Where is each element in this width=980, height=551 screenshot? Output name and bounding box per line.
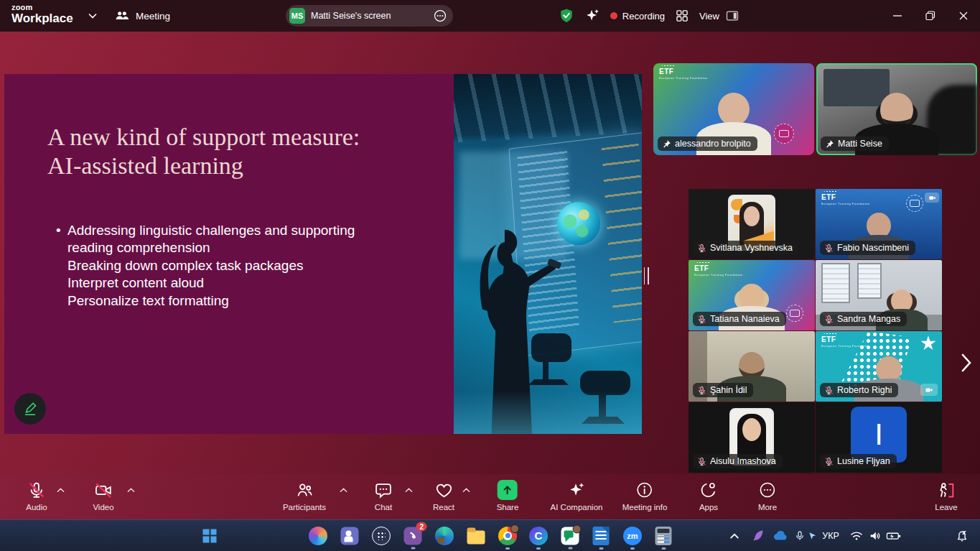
camera-on-chip	[925, 193, 939, 203]
video-tile-alessandro[interactable]: ETFEuropean Training Foundation alessand…	[653, 63, 814, 155]
battery-icon	[886, 529, 902, 543]
taskbar-app-calculator[interactable]	[655, 527, 672, 545]
taskbar-app-teams[interactable]	[341, 527, 359, 545]
video-tile-sandra[interactable]: Sandra Mangas	[816, 260, 942, 330]
recording-indicator[interactable]: Recording	[610, 11, 665, 22]
participant-name: Aisulu Imashova	[710, 456, 776, 466]
taskbar-app-launcher[interactable]	[372, 527, 391, 545]
tray-battery[interactable]	[886, 529, 902, 543]
mic-muted-icon	[697, 315, 706, 324]
viber-badge: 2	[416, 522, 427, 531]
video-button[interactable]: Video	[93, 480, 113, 511]
screen-share-label: Matti Seise's screen	[311, 11, 427, 21]
video-tile-svitlana[interactable]: Svitlana Vyshnevska	[689, 189, 815, 259]
mic-muted-icon	[824, 244, 834, 253]
gallery-grid-icon[interactable]	[675, 9, 689, 23]
windows-start-button[interactable]	[203, 529, 217, 542]
taskbar-app-canva[interactable]: C	[529, 527, 548, 545]
pin-icon	[825, 139, 834, 149]
restore-button[interactable]	[914, 0, 947, 32]
more-dots-icon	[759, 481, 776, 499]
tab-meeting[interactable]: Meeting	[115, 7, 170, 24]
window	[821, 263, 850, 303]
video-tile-aisulu[interactable]: Aisulu Imashova	[689, 402, 815, 473]
window-titlebar: zoom Workplace Meeting MS Matti Seise's …	[0, 0, 980, 32]
participant-nametag: Roberto Righi	[820, 383, 898, 397]
meeting-tab-label: Meeting	[136, 11, 170, 22]
video-tile-roberto[interactable]: ETFEuropean Training Foundation Roberto …	[816, 331, 942, 402]
audio-button[interactable]: Audio	[26, 480, 47, 511]
chat-caret-icon[interactable]	[405, 487, 413, 493]
video-tile-sahin[interactable]: Şahin İdil	[689, 331, 815, 402]
tray-volume[interactable]	[869, 529, 882, 542]
react-caret-icon[interactable]	[462, 487, 470, 493]
meeting-info-button[interactable]: Meeting info	[622, 480, 668, 511]
taskbar-app-viber[interactable]: 2	[404, 527, 422, 545]
gallery-next-page-button[interactable]	[956, 348, 976, 378]
leave-button[interactable]: Leave	[935, 480, 957, 511]
eu-stars-badge	[906, 195, 923, 212]
ai-companion-sparkle-icon[interactable]	[584, 8, 600, 24]
view-button[interactable]: View	[699, 9, 739, 23]
video-tile-tatiana[interactable]: ETFEuropean Training Foundation Tatiana …	[689, 260, 815, 330]
taskbar-app-copilot[interactable]	[309, 527, 327, 545]
folder-icon	[467, 530, 485, 544]
panel-resize-handle[interactable]	[642, 264, 650, 287]
tray-onedrive[interactable]	[773, 528, 788, 544]
minimize-button[interactable]	[881, 0, 914, 32]
bell-dnd-icon	[955, 529, 969, 543]
wifi-icon	[850, 529, 864, 542]
taskbar-app-word[interactable]	[593, 527, 610, 545]
security-shield-icon[interactable]	[559, 8, 574, 24]
taskbar-app-zoom[interactable]: zm	[623, 527, 642, 545]
face	[744, 206, 760, 226]
react-label: React	[433, 503, 454, 511]
zoom-letters: zm	[627, 532, 638, 540]
close-button[interactable]	[947, 0, 980, 32]
taskbar-app-chrome[interactable]	[498, 527, 517, 545]
participant-name: Fabio Nascimbeni	[837, 243, 909, 253]
audio-options-caret-icon[interactable]	[57, 487, 65, 493]
share-options-ellipsis-icon[interactable]	[433, 9, 447, 23]
apps-button[interactable]: Apps	[699, 480, 718, 511]
video-label: Video	[93, 503, 113, 511]
ai-companion-button[interactable]: AI Companion	[551, 480, 603, 511]
zoom-workplace-brand[interactable]: zoom Workplace	[11, 4, 73, 24]
tray-location-in-use[interactable]	[808, 531, 818, 541]
chat-button[interactable]: Chat	[375, 480, 393, 511]
share-button[interactable]: Share	[497, 480, 519, 511]
taskbar-app-chat[interactable]	[561, 527, 579, 545]
brand-chevron-down-icon[interactable]	[88, 11, 98, 21]
video-tile-matti[interactable]: Matti Seise	[816, 63, 977, 155]
mic-muted-icon	[697, 457, 706, 466]
tray-language-switcher[interactable]: УКР	[822, 531, 839, 541]
tray-app-feather[interactable]	[751, 529, 765, 543]
video-tile-fabio[interactable]: ETFEuropean Training Foundation Fabio Na…	[816, 189, 942, 259]
video-tile-lusine[interactable]: I Lusine Fljyan	[816, 402, 942, 473]
share-label: Share	[497, 503, 519, 511]
meeting-toolbar: Audio Video Participants 54 Chat 43 Reac…	[0, 474, 980, 519]
participant-nametag: Sandra Mangas	[820, 312, 907, 326]
tray-notifications[interactable]	[955, 529, 969, 543]
tray-wifi[interactable]	[850, 529, 864, 542]
annotate-button[interactable]	[14, 393, 46, 425]
windows-taskbar: Пошук 2 C zm УКР 15:55	[0, 519, 980, 551]
titlebar-right-cluster: Recording View	[559, 0, 739, 32]
screen-share-indicator[interactable]: MS Matti Seise's screen	[286, 5, 453, 27]
participant-nametag: alessandro brolpito	[658, 136, 757, 151]
more-button[interactable]: More	[758, 480, 777, 511]
camera-on-chip	[920, 384, 938, 396]
tray-hidden-icons-button[interactable]	[730, 532, 739, 539]
canva-icon: C	[529, 527, 548, 545]
participant-nametag: Matti Seise	[821, 136, 889, 151]
apps-label: Apps	[699, 503, 718, 511]
participant-name: Roberto Righi	[837, 385, 892, 395]
react-button[interactable]: React	[433, 480, 454, 511]
eu-circle-badge	[786, 305, 803, 322]
participants-button[interactable]: Participants	[283, 480, 326, 511]
tray-mic-in-use[interactable]	[794, 530, 806, 542]
video-options-caret-icon[interactable]	[127, 487, 135, 493]
taskbar-app-explorer[interactable]	[467, 527, 485, 544]
participants-caret-icon[interactable]	[340, 487, 347, 493]
taskbar-app-edge[interactable]	[435, 527, 454, 545]
